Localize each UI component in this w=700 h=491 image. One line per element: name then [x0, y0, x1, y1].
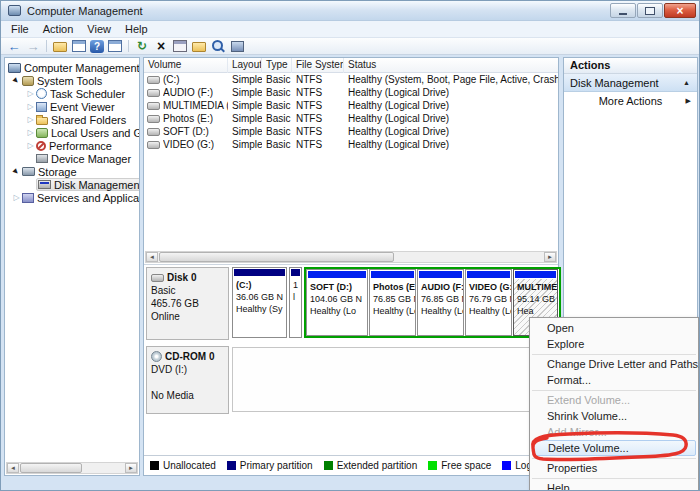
column-header-file-system[interactable]: File System — [292, 58, 344, 73]
title-bar[interactable]: Computer Management — [1, 1, 699, 21]
more-actions-item[interactable]: More Actions — [564, 92, 697, 110]
column-header-status[interactable]: Status — [344, 58, 558, 73]
selected-tree-item[interactable]: Disk Management — [36, 178, 139, 191]
pane-splitter[interactable] — [144, 264, 558, 265]
collapse-arrow-icon[interactable] — [25, 141, 36, 150]
properties-icon[interactable] — [173, 40, 187, 52]
menu-view[interactable]: View — [80, 22, 118, 36]
tree-horizontal-scrollbar[interactable]: ◄ ► — [6, 462, 138, 474]
maximize-button[interactable] — [637, 3, 663, 18]
scroll-right-icon[interactable]: ► — [544, 252, 556, 262]
collapse-arrow-icon[interactable] — [11, 193, 22, 202]
tree-item-performance[interactable]: Performance — [5, 139, 139, 152]
volume-list: (C:) Simple Basic NTFS Healthy (System, … — [144, 73, 558, 151]
collapse-arrow-icon[interactable] — [25, 115, 36, 124]
find-icon[interactable] — [210, 39, 226, 53]
menu-separator — [532, 478, 696, 479]
toolbar — [1, 38, 699, 55]
tree-item-device-manager[interactable]: Device Manager — [5, 152, 139, 165]
context-menu-item-properties[interactable]: Properties — [530, 460, 698, 476]
collapse-arrow-icon[interactable] — [25, 102, 36, 111]
help-icon[interactable] — [90, 40, 104, 53]
collapse-arrow-icon[interactable] — [25, 89, 36, 98]
menu-separator — [532, 390, 696, 391]
console-settings-icon[interactable] — [231, 41, 244, 52]
tree-item-computer-management[interactable]: Computer Management (Local — [5, 61, 139, 74]
volume-row-photos[interactable]: Photos (E:) Simple Basic NTFS Healthy (L… — [144, 112, 558, 125]
menu-file[interactable]: File — [4, 22, 36, 36]
legend-item-free-space: Free space — [428, 460, 491, 471]
context-menu-item-explore[interactable]: Explore — [530, 336, 698, 352]
toolbar-separator — [46, 40, 47, 52]
system-tools-icon — [22, 76, 34, 86]
scrollbar-thumb[interactable] — [159, 252, 394, 262]
tree-item-storage[interactable]: Storage — [5, 165, 139, 178]
back-icon[interactable] — [6, 39, 22, 53]
show-console-tree-icon[interactable] — [72, 40, 86, 52]
tree-item-services-and-applications[interactable]: Services and Applications — [5, 191, 139, 204]
partition-color-bar — [371, 271, 414, 278]
partition-soft-d[interactable]: SOFT (D:) 104.06 GB N Healthy (Lo — [306, 269, 368, 336]
scroll-left-icon[interactable]: ◄ — [146, 252, 158, 262]
up-folder-icon[interactable] — [53, 42, 67, 52]
tree-item-system-tools[interactable]: System Tools — [5, 74, 139, 87]
cdrom-label[interactable]: CD-ROM 0 DVD (I:) No Media — [146, 346, 229, 414]
context-menu-item-open[interactable]: Open — [530, 320, 698, 336]
tree-item-local-users-and-groups[interactable]: Local Users and Groups — [5, 126, 139, 139]
tree-item-shared-folders[interactable]: Shared Folders — [5, 113, 139, 126]
tree-item-disk-management[interactable]: Disk Management — [5, 178, 139, 191]
legend-swatch-extended — [324, 461, 333, 470]
volume-row-video[interactable]: VIDEO (G:) Simple Basic NTFS Healthy (Lo… — [144, 138, 558, 151]
legend-item-unallocated: Unallocated — [150, 460, 216, 471]
partition-color-bar — [308, 271, 366, 278]
actions-group-disk-management[interactable]: Disk Management — [564, 74, 697, 92]
show-action-pane-icon[interactable] — [108, 40, 122, 52]
scroll-right-icon[interactable]: ► — [125, 463, 137, 473]
cdrom-empty-area[interactable] — [232, 347, 561, 412]
partition-photos-e[interactable]: Photos (E:) 76.85 GB NT Healthy (Lo — [369, 269, 416, 336]
context-menu: Open Explore Change Drive Letter and Pat… — [529, 317, 699, 491]
drive-icon — [147, 141, 160, 149]
task-scheduler-icon — [36, 88, 47, 99]
volume-row-c[interactable]: (C:) Simple Basic NTFS Healthy (System, … — [144, 73, 558, 86]
disk0-label[interactable]: Disk 0 Basic 465.76 GB Online — [146, 267, 229, 340]
volume-row-multimedia[interactable]: MULTIMEDIA (H:) Simple Basic NTFS Health… — [144, 99, 558, 112]
scrollbar-thumb[interactable] — [20, 463, 82, 473]
actions-panel-title: Actions — [564, 58, 697, 74]
volume-row-soft[interactable]: SOFT (D:) Simple Basic NTFS Healthy (Log… — [144, 125, 558, 138]
menu-help[interactable]: Help — [118, 22, 155, 36]
delete-icon[interactable] — [153, 39, 169, 53]
column-header-layout[interactable]: Layout — [228, 58, 262, 73]
forward-icon[interactable] — [25, 39, 41, 53]
close-button[interactable] — [664, 3, 696, 18]
context-menu-item-change-drive-letter[interactable]: Change Drive Letter and Paths... — [530, 356, 698, 372]
partition-system-reserved[interactable]: 1 l — [289, 267, 302, 338]
partition-color-bar — [467, 271, 510, 278]
partition-video-g[interactable]: VIDEO (G:) 76.79 GB NT Healthy (Lo — [465, 269, 512, 336]
collapse-arrow-icon[interactable] — [25, 128, 36, 137]
menu-action[interactable]: Action — [36, 22, 81, 36]
partition-c[interactable]: (C:) 36.06 GB N Healthy (Sy — [232, 267, 287, 338]
refresh-icon[interactable] — [134, 39, 150, 53]
extended-partition-group: SOFT (D:) 104.06 GB N Healthy (Lo Photos… — [304, 267, 561, 338]
expand-arrow-icon[interactable] — [11, 167, 22, 176]
context-menu-item-delete-volume[interactable]: Delete Volume... — [532, 440, 696, 456]
expand-arrow-icon[interactable] — [11, 76, 22, 85]
scroll-left-icon[interactable]: ◄ — [7, 463, 19, 473]
partition-audio-f[interactable]: AUDIO (F:) 76.85 GB NT Healthy (Lo — [417, 269, 464, 336]
tree-item-task-scheduler[interactable]: Task Scheduler — [5, 87, 139, 100]
open-folder-icon[interactable] — [192, 42, 206, 52]
column-header-type[interactable]: Type — [262, 58, 292, 73]
column-header-volume[interactable]: Volume — [144, 58, 228, 73]
context-menu-item-help[interactable]: Help — [530, 480, 698, 491]
context-menu-item-shrink-volume[interactable]: Shrink Volume... — [530, 408, 698, 424]
minimize-button[interactable] — [610, 3, 636, 18]
context-menu-item-extend-volume: Extend Volume... — [530, 392, 698, 408]
volume-row-audio[interactable]: AUDIO (F:) Simple Basic NTFS Healthy (Lo… — [144, 86, 558, 99]
partition-color-bar — [419, 271, 462, 278]
tree-item-event-viewer[interactable]: Event Viewer — [5, 100, 139, 113]
computer-management-window: Computer Management File Action View Hel… — [0, 0, 700, 491]
context-menu-item-format[interactable]: Format... — [530, 372, 698, 388]
volume-list-horizontal-scrollbar[interactable]: ◄ ► — [145, 251, 557, 263]
partition-color-bar — [291, 269, 300, 276]
